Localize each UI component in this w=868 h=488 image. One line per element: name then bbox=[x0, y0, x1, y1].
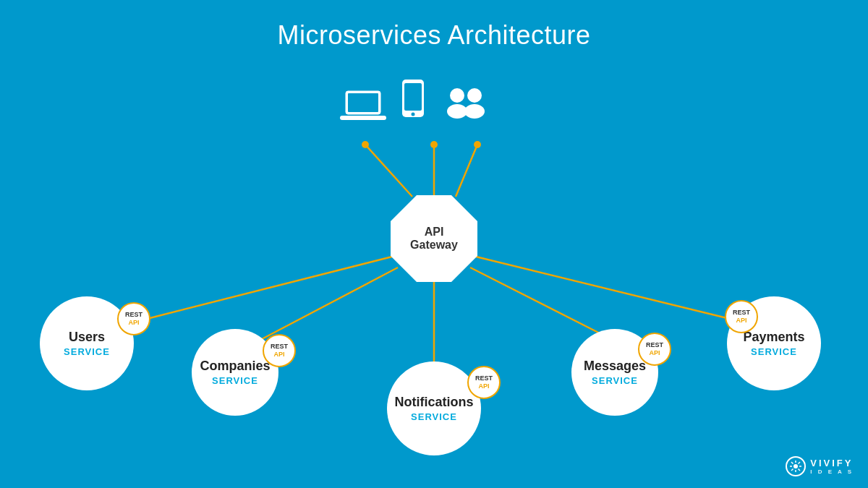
notifications-service: SERVICE bbox=[411, 411, 457, 422]
badge-companies-api: API bbox=[273, 351, 284, 359]
payments-name: Payments bbox=[743, 330, 804, 346]
companies-name: Companies bbox=[200, 359, 270, 374]
notifications-name: Notifications bbox=[394, 395, 473, 411]
badge-companies-rest: REST bbox=[271, 343, 288, 351]
logo-brand: VIVIFY bbox=[810, 458, 854, 468]
svg-rect-13 bbox=[340, 116, 386, 120]
badge-notifications: REST API bbox=[467, 366, 501, 399]
clients-area bbox=[340, 80, 492, 124]
svg-point-4 bbox=[430, 141, 438, 148]
badge-companies: REST API bbox=[263, 334, 296, 367]
svg-point-3 bbox=[362, 141, 369, 148]
laptop-icon bbox=[340, 88, 386, 124]
svg-rect-12 bbox=[348, 93, 378, 112]
logo-sub: I D E A S bbox=[810, 468, 854, 475]
svg-point-21 bbox=[793, 464, 798, 468]
svg-rect-15 bbox=[404, 83, 422, 111]
badge-payments-rest: REST bbox=[733, 309, 750, 317]
svg-line-29 bbox=[791, 469, 793, 471]
badge-payments-api: API bbox=[736, 317, 746, 325]
badge-users: REST API bbox=[117, 302, 150, 335]
payments-service: SERVICE bbox=[751, 346, 797, 357]
badge-notifications-api: API bbox=[478, 382, 489, 390]
svg-point-18 bbox=[447, 104, 467, 119]
svg-line-2 bbox=[456, 145, 477, 197]
messages-name: Messages bbox=[584, 359, 646, 374]
badge-payments: REST API bbox=[725, 300, 758, 333]
gateway-text: Gateway bbox=[410, 239, 458, 252]
badge-messages: REST API bbox=[638, 333, 671, 366]
svg-line-9 bbox=[470, 267, 610, 338]
svg-line-27 bbox=[799, 469, 801, 471]
svg-line-7 bbox=[260, 267, 398, 340]
messages-service: SERVICE bbox=[592, 375, 638, 386]
logo: VIVIFY I D E A S bbox=[786, 456, 854, 476]
page-title: Microservices Architecture bbox=[0, 0, 868, 51]
svg-point-5 bbox=[474, 141, 481, 148]
badge-messages-api: API bbox=[649, 349, 660, 357]
users-service: SERVICE bbox=[64, 346, 110, 357]
svg-line-10 bbox=[476, 257, 727, 318]
badge-users-rest: REST bbox=[125, 311, 142, 319]
mobile-icon bbox=[401, 80, 425, 121]
svg-point-17 bbox=[450, 88, 464, 103]
people-icon bbox=[440, 85, 492, 123]
svg-point-16 bbox=[412, 113, 415, 116]
svg-point-20 bbox=[464, 104, 485, 119]
companies-service: SERVICE bbox=[212, 375, 258, 386]
badge-users-api: API bbox=[128, 319, 139, 327]
badge-messages-rest: REST bbox=[646, 341, 663, 349]
users-name: Users bbox=[69, 330, 105, 346]
node-notifications: Notifications SERVICE bbox=[387, 361, 481, 455]
svg-line-28 bbox=[799, 462, 801, 464]
svg-line-0 bbox=[365, 145, 412, 197]
badge-notifications-rest: REST bbox=[475, 374, 493, 382]
logo-text: VIVIFY I D E A S bbox=[810, 458, 854, 475]
svg-point-19 bbox=[467, 88, 482, 103]
gateway-api-text: API bbox=[425, 226, 444, 239]
svg-line-26 bbox=[791, 462, 793, 464]
logo-icon bbox=[786, 456, 806, 476]
api-gateway: API Gateway bbox=[391, 195, 477, 282]
svg-line-6 bbox=[150, 257, 392, 318]
